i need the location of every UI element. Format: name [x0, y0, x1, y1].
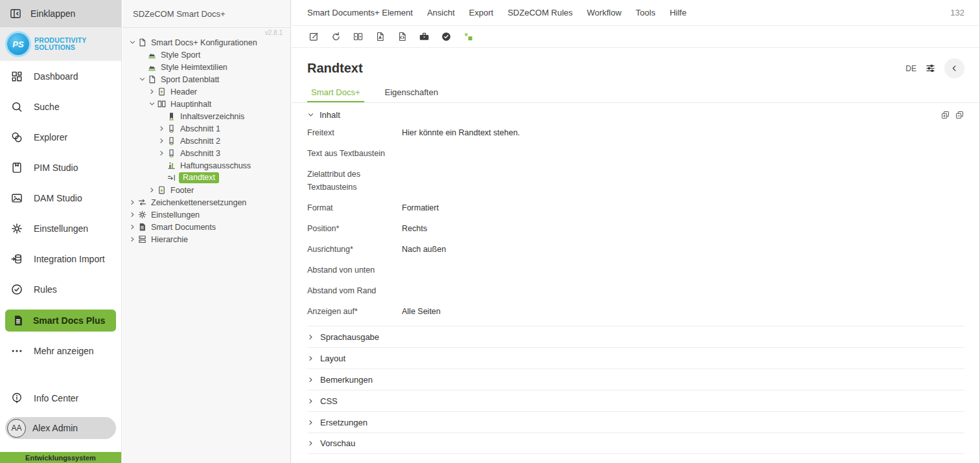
field-value[interactable]	[402, 264, 964, 277]
tree-panel-title: SDZeCOM Smart Docs+	[122, 0, 290, 28]
expander[interactable]	[128, 38, 137, 47]
menu-ansicht[interactable]: Ansicht	[427, 8, 455, 17]
book-compare-icon[interactable]	[351, 29, 365, 45]
field-value[interactable]	[402, 284, 964, 297]
tree-item-footer[interactable]: Footer	[122, 184, 290, 196]
ellipsis-icon	[10, 344, 23, 357]
menu-smart-documents-element[interactable]: Smart Documents+ Element	[307, 8, 413, 17]
tree-item-hauptinhalt[interactable]: Hauptinhalt	[122, 98, 290, 110]
field-value[interactable]: Rechts	[402, 222, 964, 235]
tree-item-header[interactable]: Header	[122, 85, 290, 98]
menu-workflow[interactable]: Workflow	[587, 8, 622, 17]
tree-item-zeichenkettenersetzungen[interactable]: Zeichenkettenersetzungen	[122, 196, 290, 209]
sidebar-item-smart-docs-plus[interactable]: Smart Docs Plus	[5, 310, 116, 332]
tab-eigenschaften[interactable]: Eigenschaften	[381, 84, 442, 102]
user-menu[interactable]: AA Alex Admin	[5, 417, 116, 439]
field-value[interactable]	[402, 168, 964, 194]
bookmark-outline-icon	[167, 124, 177, 133]
collapse-all-icon[interactable]	[955, 110, 964, 120]
sidebar-item-pim-studio[interactable]: PIM Studio	[0, 152, 121, 183]
field-label: Abstand vom Rand	[307, 284, 402, 297]
tree-item-hierarchie[interactable]: Hierarchie	[122, 233, 290, 245]
sidebar-item-explorer[interactable]: Explorer	[0, 122, 121, 152]
expander[interactable]	[147, 186, 156, 195]
version-label: v2.8.1	[122, 28, 290, 36]
tree-item-sport-datenblatt[interactable]: Sport Datenblatt	[122, 73, 290, 85]
tree-item-smart-documents[interactable]: Smart Documents	[122, 221, 290, 233]
field-freitext: Freitext Hier könnte ein Randtext stehen…	[307, 126, 964, 139]
section-inhalt[interactable]: Inhalt	[307, 103, 964, 126]
tree-item-style-sport[interactable]: Style Sport	[122, 49, 290, 61]
sidebar-item-info-center[interactable]: Info Center	[0, 383, 121, 413]
collapse-detail-button[interactable]	[944, 58, 964, 78]
bookmark-outline-icon	[167, 148, 177, 158]
section-bemerkungen[interactable]: Bemerkungen	[307, 368, 964, 390]
tree-item-style-heimtextilien[interactable]: Style Heimtextilien	[122, 61, 290, 73]
tab-smart-docs[interactable]: Smart Docs+	[307, 84, 364, 102]
expander[interactable]	[147, 87, 156, 96]
tree-item-einstellungen[interactable]: Einstellungen	[122, 209, 290, 221]
sidebar-item-integration-import[interactable]: Integration Import	[0, 243, 121, 274]
sidebar-collapse-button[interactable]: Einklappen	[0, 0, 121, 27]
edit-icon[interactable]	[307, 29, 321, 45]
expander[interactable]	[147, 100, 156, 109]
tree-item-abschnitt-3[interactable]: Abschnitt 3	[122, 147, 290, 159]
style-icon	[147, 50, 158, 60]
menu-tools[interactable]: Tools	[636, 8, 655, 17]
menu-hilfe[interactable]: Hilfe	[670, 8, 686, 17]
field-value[interactable]: Nach außen	[402, 243, 964, 256]
display-settings-button[interactable]	[925, 63, 936, 74]
field-value[interactable]	[402, 147, 964, 160]
field-ausrichtung: Ausrichtung* Nach außen	[307, 243, 964, 256]
section-css[interactable]: CSS	[307, 390, 964, 411]
section-ersetzungen[interactable]: Ersetzungen	[307, 411, 964, 433]
expander[interactable]	[157, 124, 166, 133]
tree-item-haftungsausschuss[interactable]: Haftungsausschuss	[122, 159, 290, 172]
sidebar-item-dam-studio[interactable]: DAM Studio	[0, 183, 121, 213]
validate-check-icon[interactable]	[439, 29, 453, 45]
code-export-icon[interactable]	[395, 29, 409, 45]
expand-all-icon[interactable]	[940, 110, 950, 120]
tree-item-smart-docs-konfigurationen[interactable]: Smart Docs+ Konfigurationen	[122, 36, 290, 49]
sidebar-item-rules[interactable]: Rules	[0, 274, 121, 304]
expander[interactable]	[128, 210, 137, 220]
bookmark-outline-icon	[167, 136, 177, 146]
expander[interactable]	[128, 223, 137, 232]
section-vorschau[interactable]: Vorschau	[307, 433, 964, 454]
briefcase-icon[interactable]	[417, 29, 431, 45]
sidebar-item-mehr-anzeigen[interactable]: Mehr anzeigen	[0, 335, 121, 366]
tree-item-inhaltsverzeichnis[interactable]: Inhaltsverzeichnis	[122, 110, 290, 122]
section-sprachausgabe[interactable]: Sprachausgabe	[307, 326, 964, 347]
sidebar-item-suche[interactable]: Suche	[0, 91, 121, 122]
expander[interactable]	[157, 149, 166, 158]
expander[interactable]	[128, 235, 137, 244]
section-layout[interactable]: Layout	[307, 347, 964, 368]
swap-arrows-icon	[137, 198, 148, 207]
menu-sdzecom-rules[interactable]: SDZeCOM Rules	[508, 8, 572, 17]
field-position: Position* Rechts	[307, 222, 964, 235]
chevron-down-icon	[129, 39, 136, 46]
database-import-icon	[10, 253, 23, 265]
image-icon	[10, 192, 23, 205]
sidebar-item-einstellungen[interactable]: Einstellungen	[0, 213, 121, 243]
field-value[interactable]: Formatiert	[402, 201, 964, 214]
pdf-export-icon[interactable]	[373, 29, 387, 45]
chevron-down-icon	[148, 100, 156, 107]
expander[interactable]	[157, 137, 166, 146]
tree-item-randtext[interactable]: Randtext	[122, 172, 290, 184]
chevron-right-icon	[307, 398, 314, 405]
field-value[interactable]: Hier könnte ein Randtext stehen.	[402, 126, 964, 139]
structure-icon[interactable]	[461, 29, 475, 45]
expander[interactable]	[137, 75, 146, 84]
field-label: Abstand von unten	[307, 264, 402, 277]
field-label: Position*	[307, 222, 402, 235]
sidebar-item-dashboard[interactable]: Dashboard	[0, 61, 121, 91]
tree-item-abschnitt-2[interactable]: Abschnitt 2	[122, 135, 290, 147]
expander[interactable]	[128, 198, 137, 207]
menu-export[interactable]: Export	[469, 8, 494, 17]
refresh-icon[interactable]	[329, 29, 343, 45]
field-value[interactable]: Alle Seiten	[402, 305, 964, 318]
language-indicator[interactable]: DE	[905, 64, 916, 73]
tree-item-abschnitt-1[interactable]: Abschnitt 1	[122, 122, 290, 135]
tree-panel: SDZeCOM Smart Docs+ v2.8.1 Smart Docs+ K…	[122, 0, 291, 463]
